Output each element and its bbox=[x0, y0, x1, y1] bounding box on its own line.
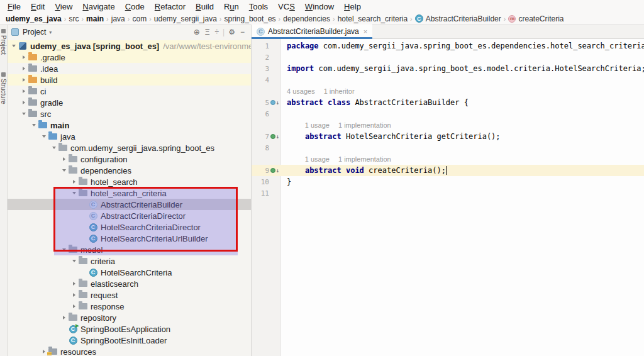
chevron-expanded-icon[interactable] bbox=[20, 113, 28, 115]
menu-view[interactable]: View bbox=[50, 2, 77, 11]
tree-item-.gradle[interactable]: .gradle bbox=[8, 52, 251, 63]
tree-item-elasticsearch[interactable]: elasticsearch bbox=[8, 278, 251, 289]
breadcrumb-item-main[interactable]: main bbox=[84, 14, 106, 23]
menu-tools[interactable]: Tools bbox=[244, 2, 273, 11]
breadcrumb-item-AbstractCriteriaBuilder[interactable]: CAbstractCriteriaBuilder bbox=[413, 14, 503, 23]
menu-edit[interactable]: Edit bbox=[26, 2, 50, 11]
tree-item-hotel_search_criteria[interactable]: hotel_search_criteria bbox=[8, 187, 251, 199]
tree-item-AbstractCriteriaDirector[interactable]: CAbstractCriteriaDirector bbox=[8, 210, 251, 221]
tree-item-icon bbox=[78, 258, 88, 264]
menu-code[interactable]: Code bbox=[120, 2, 150, 11]
tree-item-HotelSearchCriteriaDirector[interactable]: CHotelSearchCriteriaDirector bbox=[8, 221, 251, 233]
collapse-all-icon[interactable]: ÷ bbox=[213, 28, 222, 36]
code-editor[interactable]: 1package com.udemy_sergii_java.spring_bo… bbox=[252, 39, 644, 356]
line-number: 8 bbox=[252, 144, 269, 152]
settings-icon[interactable]: ⚙ bbox=[226, 28, 238, 36]
tree-item-criteria[interactable]: criteria bbox=[8, 255, 251, 267]
tree-item-ci[interactable]: ci bbox=[8, 86, 251, 97]
tree-item-com.udemy_sergii_java.spring_boot_es[interactable]: com.udemy_sergii_java.spring_boot_es bbox=[8, 142, 251, 153]
class-icon: C bbox=[257, 28, 265, 36]
folder-icon bbox=[28, 65, 37, 72]
breadcrumb-item-com[interactable]: com bbox=[130, 14, 148, 23]
menu-help[interactable]: Help bbox=[339, 2, 366, 11]
breadcrumb: udemy_es_java›src›main›java›com›udemy_se… bbox=[0, 13, 644, 25]
expand-all-icon[interactable]: Ξ bbox=[203, 28, 213, 36]
tree-item-HotelSearchCriteria[interactable]: CHotelSearchCriteria bbox=[8, 267, 251, 278]
chevron-expanded-icon[interactable] bbox=[10, 45, 18, 47]
chevron-collapsed-icon[interactable] bbox=[20, 78, 28, 82]
menu-vcs[interactable]: VCS bbox=[273, 2, 300, 11]
tree-item-label: HotelSearchCriteria bbox=[101, 268, 172, 277]
chevron-collapsed-icon[interactable] bbox=[70, 293, 78, 297]
chevron-expanded-icon[interactable] bbox=[70, 260, 78, 262]
chevron-collapsed-icon[interactable] bbox=[20, 101, 28, 104]
chevron-collapsed-icon[interactable] bbox=[70, 180, 78, 184]
project-tool-window: Project ▾ ⊕Ξ÷|⚙− udemy_es_java [spring_b… bbox=[8, 25, 252, 356]
implemented-marker-icon[interactable]: ↓ bbox=[269, 168, 280, 174]
chevron-expanded-icon[interactable] bbox=[30, 124, 38, 126]
tree-item-udemy_es_java [spring_boot_es][interactable]: udemy_es_java [spring_boot_es]/var/www/t… bbox=[8, 40, 251, 52]
implemented-marker-icon[interactable]: ↓ bbox=[269, 134, 280, 140]
chevron-collapsed-icon[interactable] bbox=[20, 89, 28, 93]
tree-item-request[interactable]: request bbox=[8, 289, 251, 301]
close-icon[interactable]: × bbox=[364, 28, 367, 35]
chevron-down-icon[interactable]: ▾ bbox=[49, 30, 52, 35]
locate-icon[interactable]: ⊕ bbox=[191, 28, 203, 36]
tree-item-SpringBootEsInitLoader[interactable]: CSpringBootEsInitLoader bbox=[8, 335, 251, 346]
chevron-collapsed-icon[interactable] bbox=[70, 304, 78, 308]
menu-refactor[interactable]: Refactor bbox=[150, 2, 191, 11]
editor-tab[interactable]: C AbstractCriteriaBuilder.java × bbox=[252, 25, 372, 38]
package-icon bbox=[79, 292, 87, 298]
chevron-collapsed-icon[interactable] bbox=[60, 316, 68, 320]
breadcrumb-item-spring_boot_es[interactable]: spring_boot_es bbox=[223, 14, 278, 23]
breadcrumb-item-createCriteria[interactable]: mcreateCriteria bbox=[506, 14, 565, 23]
breadcrumb-item-src[interactable]: src bbox=[67, 14, 80, 23]
tree-item-AbstractCriteriaBuilder[interactable]: CAbstractCriteriaBuilder bbox=[8, 199, 251, 210]
tree-item-model[interactable]: model bbox=[8, 244, 251, 255]
tree-item-java[interactable]: java bbox=[8, 131, 251, 142]
tree-item-response[interactable]: response bbox=[8, 301, 251, 312]
hide-icon[interactable]: − bbox=[238, 28, 247, 36]
project-panel-title[interactable]: Project bbox=[23, 28, 46, 36]
chevron-collapsed-icon[interactable] bbox=[20, 67, 28, 70]
tree-item-.idea[interactable]: .idea bbox=[8, 63, 251, 74]
tree-item-icon: C bbox=[88, 269, 98, 277]
tree-item-resources[interactable]: resources bbox=[8, 346, 251, 356]
tree-item-icon bbox=[78, 281, 88, 287]
tree-item-HotelSearchCriteriaUrlBuilder[interactable]: CHotelSearchCriteriaUrlBuilder bbox=[8, 233, 251, 244]
tool-button-structure[interactable]: Structure bbox=[0, 72, 7, 104]
chevron-expanded-icon[interactable] bbox=[60, 248, 68, 251]
tree-item-build[interactable]: build bbox=[8, 74, 251, 86]
tool-button-project[interactable]: Project bbox=[0, 29, 7, 55]
menu-bar: FileEditViewNavigateCodeRefactorBuildRun… bbox=[0, 0, 644, 13]
implemented-marker-icon[interactable]: ↓ bbox=[269, 100, 280, 106]
menu-run[interactable]: Run bbox=[219, 2, 244, 11]
tool-window-stripe: ProjectStructure bbox=[0, 25, 8, 356]
tree-item-configuration[interactable]: configuration bbox=[8, 153, 251, 165]
line-number: 5 bbox=[252, 99, 269, 107]
menu-window[interactable]: Window bbox=[300, 2, 339, 11]
chevron-expanded-icon[interactable] bbox=[70, 192, 78, 194]
tree-item-gradle[interactable]: gradle bbox=[8, 97, 251, 108]
tree-item-dependencies[interactable]: dependencies bbox=[8, 165, 251, 176]
tree-item-main[interactable]: main bbox=[8, 120, 251, 131]
breadcrumb-item-hotel_search_criteria[interactable]: hotel_search_criteria bbox=[336, 14, 409, 23]
chevron-expanded-icon[interactable] bbox=[60, 169, 68, 172]
tree-item-repository[interactable]: repository bbox=[8, 312, 251, 323]
chevron-collapsed-icon[interactable] bbox=[20, 55, 28, 59]
chevron-expanded-icon[interactable] bbox=[50, 147, 58, 149]
chevron-expanded-icon[interactable] bbox=[40, 135, 48, 138]
chevron-collapsed-icon[interactable] bbox=[70, 282, 78, 286]
tree-item-icon bbox=[78, 303, 88, 309]
menu-navigate[interactable]: Navigate bbox=[77, 2, 119, 11]
breadcrumb-item-java[interactable]: java bbox=[109, 14, 127, 23]
breadcrumb-item-udemy_es_java[interactable]: udemy_es_java bbox=[4, 14, 64, 23]
breadcrumb-item-udemy_sergii_java[interactable]: udemy_sergii_java bbox=[152, 14, 219, 23]
menu-file[interactable]: File bbox=[3, 2, 26, 11]
tree-item-SpringBootEsApplication[interactable]: CSpringBootEsApplication bbox=[8, 323, 251, 335]
chevron-collapsed-icon[interactable] bbox=[60, 157, 68, 161]
tree-item-src[interactable]: src bbox=[8, 108, 251, 120]
tree-item-hotel_search[interactable]: hotel_search bbox=[8, 176, 251, 187]
menu-build[interactable]: Build bbox=[191, 2, 219, 11]
breadcrumb-item-dependencies[interactable]: dependencies bbox=[281, 14, 332, 23]
